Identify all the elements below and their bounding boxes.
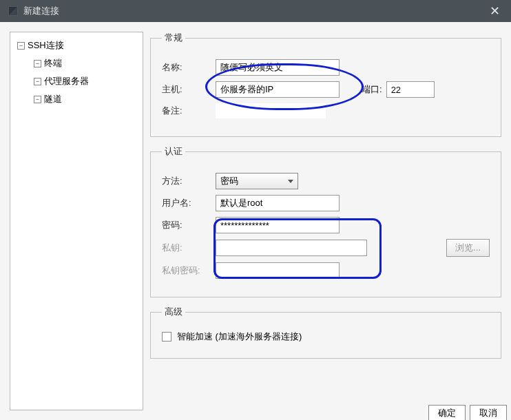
username-input[interactable] bbox=[216, 195, 340, 211]
label-port: 端口: bbox=[362, 83, 382, 96]
collapse-icon[interactable]: − bbox=[34, 60, 41, 67]
method-value: 密码 bbox=[220, 175, 238, 187]
password-input[interactable] bbox=[216, 217, 340, 233]
port-input[interactable] bbox=[386, 81, 435, 98]
close-icon[interactable]: ✕ bbox=[487, 3, 503, 19]
remark-field[interactable] bbox=[216, 103, 326, 118]
ok-button[interactable]: 确定 bbox=[428, 405, 466, 420]
chevron-down-icon bbox=[288, 180, 293, 183]
dialog-buttons: 确定 取消 bbox=[428, 405, 507, 420]
host-input[interactable] bbox=[216, 81, 340, 98]
dialog-body: − SSH连接 − 终端 − 代理服务器 − 隧道 常规 名称: 主机: bbox=[0, 22, 511, 420]
tree-node-ssh[interactable]: − SSH连接 bbox=[13, 36, 140, 54]
fieldset-general: 常规 名称: 主机: 端口: 备注: bbox=[150, 32, 501, 137]
smartaccel-label: 智能加速 (加速海外服务器连接) bbox=[177, 330, 302, 343]
app-icon bbox=[8, 6, 18, 16]
tree-label: 代理服务器 bbox=[44, 75, 89, 87]
legend-advanced: 高级 bbox=[162, 306, 185, 318]
fieldset-auth: 认证 方法: 密码 用户名: 密码: 私钥: 浏览... bbox=[150, 145, 501, 297]
fieldset-advanced: 高级 智能加速 (加速海外服务器连接) bbox=[150, 306, 501, 359]
tree-node-tunnel[interactable]: − 隧道 bbox=[13, 90, 140, 108]
legend-auth: 认证 bbox=[162, 145, 185, 158]
keypass-input[interactable] bbox=[216, 262, 340, 279]
tree-node-proxy[interactable]: − 代理服务器 bbox=[13, 72, 140, 90]
collapse-icon[interactable]: − bbox=[17, 42, 25, 50]
label-keypass: 私钥密码: bbox=[162, 264, 211, 277]
label-method: 方法: bbox=[162, 175, 211, 187]
window-title: 新建连接 bbox=[23, 5, 59, 17]
main-panel: 常规 名称: 主机: 端口: 备注: 认证 方法: 密码 bbox=[150, 32, 501, 410]
collapse-icon[interactable]: − bbox=[34, 96, 41, 103]
smartaccel-checkbox[interactable] bbox=[162, 332, 171, 342]
label-password: 密码: bbox=[162, 219, 211, 231]
label-name: 名称: bbox=[162, 61, 211, 74]
privatekey-input[interactable] bbox=[216, 240, 367, 256]
label-remark: 备注: bbox=[162, 105, 211, 117]
name-input[interactable] bbox=[216, 59, 340, 76]
label-privatekey: 私钥: bbox=[162, 242, 211, 254]
sidebar-tree: − SSH连接 − 终端 − 代理服务器 − 隧道 bbox=[10, 32, 143, 410]
method-select[interactable]: 密码 bbox=[216, 173, 298, 189]
cancel-button[interactable]: 取消 bbox=[470, 405, 507, 420]
label-host: 主机: bbox=[162, 83, 211, 96]
titlebar: 新建连接 ✕ bbox=[0, 0, 511, 22]
legend-general: 常规 bbox=[162, 32, 185, 44]
collapse-icon[interactable]: − bbox=[34, 78, 41, 85]
label-username: 用户名: bbox=[162, 197, 211, 209]
browse-button[interactable]: 浏览... bbox=[446, 239, 490, 257]
tree-label: 隧道 bbox=[44, 93, 62, 105]
tree-label: 终端 bbox=[44, 57, 62, 70]
tree-label: SSH连接 bbox=[28, 39, 64, 52]
tree-node-terminal[interactable]: − 终端 bbox=[13, 54, 140, 72]
